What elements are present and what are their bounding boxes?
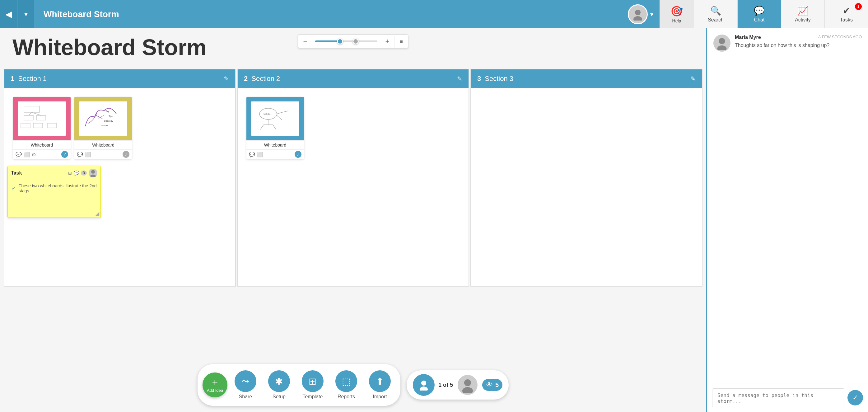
help-label: Help [672, 18, 681, 23]
section-3-header: 3 Section 3 ✎ [471, 69, 702, 88]
section-2-edit-icon[interactable]: ✎ [457, 75, 462, 83]
card-label-blue: Whiteboard [246, 140, 304, 149]
card-thumbnail-pink [13, 97, 71, 140]
card-check-3[interactable]: ✓ [294, 151, 302, 158]
section-2-header: 2 Section 2 ✎ [238, 69, 468, 88]
avatar [628, 4, 648, 24]
tab-chat[interactable]: 💬 Chat [737, 0, 781, 28]
card-actions-blue: 💬 ⬜ ✓ [246, 149, 304, 159]
task-card: Task ⊞ 💬 0 [7, 166, 101, 218]
reports-button[interactable]: ⬚ Reports [331, 368, 362, 402]
card-actions-yellow: 💬 ⬜ ✓ [74, 149, 132, 159]
layers-icon[interactable]: ⊞ [68, 171, 72, 176]
activity-icon: 📈 [797, 6, 808, 16]
copy-icon[interactable]: ⬜ [24, 151, 30, 157]
template-button[interactable]: ⊞ Template [297, 368, 328, 402]
main-container: Whiteboard Storm − + ≡ 1 Section 1 ✎ [0, 28, 868, 412]
zoom-fill [315, 40, 340, 42]
resize-handle[interactable]: ◢ [95, 210, 99, 216]
zoom-plus-button[interactable]: + [380, 34, 394, 48]
link-icon[interactable]: ⊙ [32, 151, 36, 157]
whiteboard-drawing-yellow: Try Tips Strategy Action [79, 101, 127, 136]
import-icon-circle: ⬆ [369, 370, 391, 392]
card-check-2[interactable]: ✓ [123, 151, 129, 158]
card-check-icon[interactable]: ✓ [61, 151, 68, 158]
comment-icon-task[interactable]: 💬 [74, 171, 79, 176]
chat-sender-name: Maria Myre [735, 34, 761, 40]
chat-send-button[interactable]: ✓ [847, 390, 863, 406]
people-avatar[interactable] [457, 374, 478, 396]
people-icon [413, 374, 435, 396]
copy-icon-3[interactable]: ⬜ [257, 151, 263, 157]
svg-text:Action: Action [101, 124, 107, 127]
tasks-icon: ✔ [843, 6, 850, 16]
nav-down-button[interactable]: ▾ [17, 0, 34, 28]
svg-line-24 [260, 125, 264, 129]
nav-back-button[interactable]: ◀ [0, 0, 17, 28]
svg-text:Try: Try [105, 110, 110, 113]
nav-title: Whiteboard Storm [34, 9, 622, 19]
section-1-header: 1 Section 1 ✎ [4, 69, 235, 88]
setup-button[interactable]: ✱ Setup [264, 368, 294, 402]
avatar-chevron-icon[interactable]: ▾ [650, 10, 653, 18]
comment-icon-2[interactable]: 💬 [77, 151, 83, 157]
task-check-row: ✓ These two whiteboards illustrate the 2… [11, 183, 97, 193]
card-whiteboard-pink[interactable]: Whiteboard 💬 ⬜ ⊙ ✓ [13, 97, 71, 159]
card-thumbnail-blue: define [246, 97, 304, 140]
import-label: Import [373, 394, 387, 400]
help-icon: 🎯 [671, 5, 683, 17]
people-toggle-button[interactable]: 👁 5 [482, 379, 502, 391]
section-3-edit-icon[interactable]: ✎ [690, 75, 695, 83]
chat-input[interactable] [712, 388, 844, 407]
comment-icon[interactable]: 💬 [16, 151, 22, 157]
svg-line-21 [277, 115, 282, 120]
section-2-content: define [238, 88, 468, 275]
card-inner-yellow: Try Tips Strategy Action [79, 101, 127, 136]
import-button[interactable]: ⬆ Import [364, 368, 396, 402]
svg-text:define: define [263, 113, 271, 116]
task-card-title: Task [11, 170, 66, 176]
reports-icon-circle: ⬚ [335, 370, 357, 392]
chat-icon: 💬 [754, 6, 765, 16]
svg-line-6 [32, 112, 41, 115]
tab-activity[interactable]: 📈 Activity [781, 0, 825, 28]
plus-icon: + [212, 377, 218, 387]
bottom-toolbar: + Add Idea ⤳ Share ✱ Setup [197, 364, 509, 406]
page-title: Whiteboard Storm [0, 28, 219, 66]
zoom-thumb-secondary [352, 38, 359, 45]
card-whiteboard-yellow[interactable]: Try Tips Strategy Action Whiteboard [74, 97, 132, 159]
section-1-content: Whiteboard 💬 ⬜ ⊙ ✓ [4, 88, 235, 275]
people-toggle-count: 5 [495, 382, 499, 389]
import-icon: ⬆ [376, 376, 383, 387]
tab-tasks[interactable]: 1 ✔ Tasks [825, 0, 868, 28]
add-idea-button[interactable]: + Add Idea [203, 373, 227, 398]
share-button[interactable]: ⤳ Share [230, 368, 261, 402]
tab-search[interactable]: 🔍 Search [694, 0, 737, 28]
svg-rect-2 [24, 106, 39, 112]
tab-search-label: Search [708, 17, 724, 23]
svg-rect-3 [24, 115, 33, 120]
chat-meta: Maria Myre A FEW SECONDS AGO [735, 34, 862, 40]
card-whiteboard-blue[interactable]: define [246, 97, 304, 159]
template-icon-circle: ⊞ [302, 370, 323, 392]
user-avatar-area[interactable]: ▾ [622, 0, 659, 28]
sections-container: 1 Section 1 ✎ [3, 69, 703, 287]
comment-icon-3[interactable]: 💬 [249, 151, 255, 157]
zoom-slider[interactable] [315, 40, 377, 42]
help-button[interactable]: 🎯 Help [659, 0, 694, 28]
section-1-number: 1 [10, 75, 14, 83]
right-panel-chat: Maria Myre A FEW SECONDS AGO Thoughts so… [706, 28, 868, 412]
zoom-minus-button[interactable]: − [298, 34, 312, 48]
copy-icon-2[interactable]: ⬜ [85, 151, 91, 157]
card-label-pink: Whiteboard [13, 140, 71, 149]
task-card-header: Task ⊞ 💬 0 [8, 166, 100, 180]
svg-point-17 [90, 175, 96, 177]
svg-line-14 [96, 115, 102, 119]
task-body-text: These two whiteboards illustrate the 2nd… [19, 183, 97, 193]
nav-right-area: ▾ 🎯 Help 🔍 Search 💬 Chat 📈 Activity 1 ✔ … [622, 0, 868, 28]
section-1-edit-icon[interactable]: ✎ [224, 75, 229, 83]
chat-timestamp: A FEW SECONDS AGO [818, 34, 862, 40]
svg-rect-8 [33, 123, 42, 128]
align-button[interactable]: ≡ [394, 34, 408, 48]
svg-point-28 [421, 381, 426, 386]
